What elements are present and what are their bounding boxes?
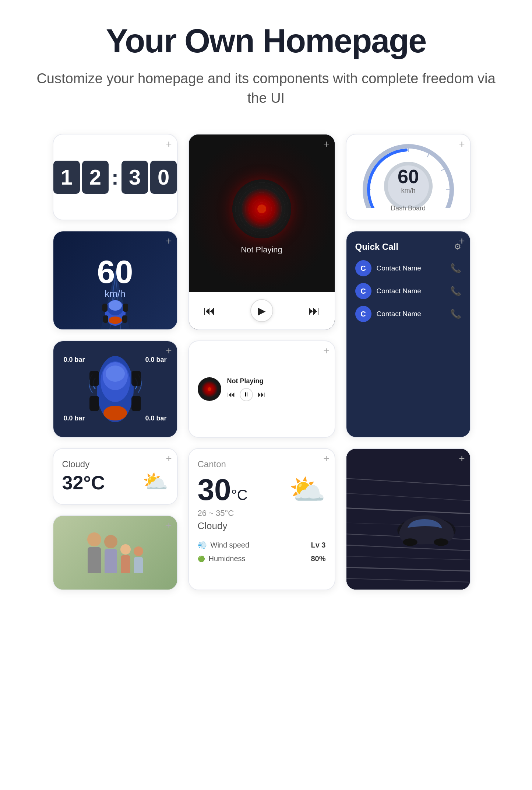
tire-add-button[interactable]: +	[166, 345, 172, 357]
contact-name-3: Contact Name	[377, 310, 421, 318]
weather-large-temp: 30°C	[198, 472, 248, 507]
mini-disc-center	[208, 387, 211, 391]
speed-car-add-button[interactable]: +	[166, 235, 172, 247]
contact-row-1: C Contact Name 📞	[355, 260, 461, 276]
page-subtitle: Customize your homepage and its componen…	[29, 69, 503, 108]
music-controls-large: ⏮ ▶ ⏭	[189, 292, 335, 329]
contact-left-1: C Contact Name	[355, 260, 421, 276]
clock-digit-4: 0	[150, 161, 177, 194]
weather-small-temp: 32°C	[62, 472, 105, 494]
contact-avatar-1: C	[355, 260, 371, 276]
clock-widget: + 1 2 : 3 0	[53, 134, 178, 220]
wind-value: Lv 3	[311, 541, 325, 549]
speed-car-widget: + 60 km/h	[53, 231, 178, 330]
music-prev-button[interactable]: ⏮	[204, 304, 215, 318]
weather-small-widget: + Cloudy 32°C ⛅	[53, 448, 178, 505]
speed-number: 60	[97, 256, 133, 288]
contact-left-3: C Contact Name	[355, 306, 421, 322]
svg-rect-37	[131, 396, 141, 411]
weather-large-icon: ⛅	[289, 472, 326, 507]
tire-tr-value: 0.0 bar	[145, 356, 166, 364]
wind-icon: 💨	[198, 541, 207, 549]
weather-small-add-button[interactable]: +	[166, 452, 172, 464]
contact-call-button-1[interactable]: 📞	[450, 263, 461, 273]
music-small-prev-button[interactable]: ⏮	[227, 390, 235, 399]
svg-text:60: 60	[398, 166, 419, 187]
car-race-widget: +	[346, 448, 471, 590]
music-small-title: Not Playing	[227, 377, 326, 385]
clock-display: 1 2 : 3 0	[53, 161, 177, 194]
music-small-controls: ⏮ ⏸ ⏭	[227, 388, 326, 401]
svg-rect-36	[89, 396, 99, 411]
svg-rect-28	[122, 315, 127, 323]
contact-row-2: C Contact Name 📞	[355, 283, 461, 299]
car-race-add-button[interactable]: +	[459, 452, 465, 464]
music-play-button[interactable]: ▶	[250, 299, 273, 322]
svg-point-32	[106, 366, 125, 382]
music-player-large: + Not Playing ⏮ ▶ ⏭	[188, 134, 335, 330]
gauge-label: Dash Board	[391, 205, 426, 212]
page-title: Your Own Homepage	[106, 22, 426, 60]
weather-range: 26 ~ 35°C	[198, 508, 326, 518]
contact-left-2: C Contact Name	[355, 283, 421, 299]
weather-large-main: 30°C ⛅	[198, 472, 326, 507]
music-small-add-button[interactable]: +	[323, 345, 329, 357]
weather-small-row: 32°C ⛅	[62, 469, 168, 494]
weather-large-widget: + Canton 30°C ⛅ 26 ~ 35°C Cloudy 💨 Wind …	[188, 448, 335, 590]
weather-wind-row: 💨 Wind speed Lv 3	[198, 541, 326, 549]
music-player-small: + Not Playing ⏮ ⏸ ⏭	[188, 340, 335, 438]
speed-car-inner: 60 km/h	[97, 256, 133, 305]
humidity-label: Humidness	[209, 555, 246, 563]
music-small-next-button[interactable]: ⏭	[257, 390, 265, 399]
tire-pressure-widget: + 0.0 bar 0.0 bar 0.0 bar 0.0 bar	[53, 340, 178, 438]
music-small-info: Not Playing ⏮ ⏸ ⏭	[227, 377, 326, 401]
svg-point-49	[403, 539, 418, 546]
svg-rect-35	[131, 371, 141, 386]
weather-large-add-button[interactable]: +	[323, 452, 329, 464]
contact-call-button-3[interactable]: 📞	[450, 309, 461, 319]
widget-grid: + 1 2 : 3 0 + Not Playing ⏮ ▶ ⏭ +	[53, 134, 480, 590]
weather-large-city: Canton	[198, 459, 326, 469]
mini-disc	[198, 377, 221, 401]
contact-row-3: C Contact Name 📞	[355, 306, 461, 322]
music-disc-area: Not Playing	[189, 134, 335, 292]
clock-digit-2: 2	[82, 161, 109, 194]
weather-small-condition: Cloudy	[62, 459, 168, 469]
svg-point-24	[109, 317, 122, 324]
svg-rect-34	[89, 371, 99, 386]
quickcall-title: Quick Call	[355, 242, 398, 252]
disc-rings	[232, 179, 291, 238]
weather-small-icon: ⛅	[142, 469, 168, 494]
contact-name-2: Contact Name	[377, 287, 421, 295]
speedometer-gauge-widget: + 60 km/h Dash B	[346, 134, 471, 220]
svg-text:km/h: km/h	[401, 187, 415, 194]
music-large-add-button[interactable]: +	[323, 138, 329, 150]
svg-point-33	[103, 406, 127, 420]
humidity-icon: 🟢	[198, 555, 205, 562]
humidity-value: 80%	[311, 555, 325, 563]
tire-bl-value: 0.0 bar	[64, 415, 85, 422]
svg-point-50	[434, 539, 448, 546]
clock-colon: :	[112, 165, 119, 189]
quickcall-header: Quick Call ⚙	[355, 242, 461, 252]
contact-avatar-3: C	[355, 306, 371, 322]
svg-line-7	[441, 169, 445, 171]
clock-add-button[interactable]: +	[166, 138, 172, 150]
svg-rect-27	[103, 315, 108, 323]
contact-call-button-2[interactable]: 📞	[450, 286, 461, 296]
svg-line-6	[427, 153, 430, 157]
family-photo-widget: +	[53, 515, 178, 590]
tire-tl-value: 0.0 bar	[64, 356, 85, 364]
car-race-visual	[346, 449, 470, 590]
music-disc	[232, 179, 291, 238]
music-next-button[interactable]: ⏭	[308, 304, 320, 318]
car-top-view-svg	[82, 349, 148, 430]
contact-name-1: Contact Name	[377, 264, 421, 272]
tire-br-value: 0.0 bar	[145, 415, 166, 422]
quickcall-add-button[interactable]: +	[459, 235, 465, 247]
clock-digit-1: 1	[53, 161, 80, 194]
speed-unit: km/h	[105, 288, 125, 300]
gauge-add-button[interactable]: +	[459, 138, 465, 150]
family-add-button[interactable]: +	[166, 520, 172, 531]
music-small-pause-button[interactable]: ⏸	[240, 388, 253, 401]
